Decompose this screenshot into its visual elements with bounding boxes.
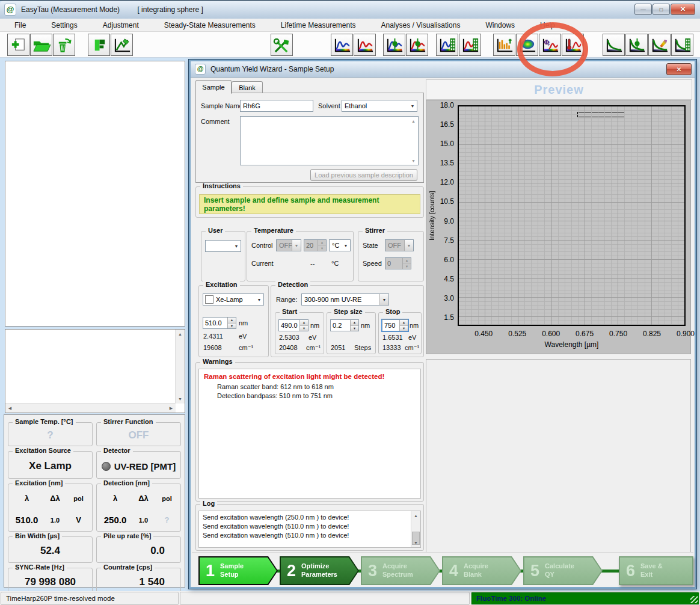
chevron-down-icon[interactable]: ▼ — [404, 240, 413, 251]
log-scrollbar[interactable]: ▲ ▼ — [411, 511, 420, 547]
sample-name-input[interactable] — [240, 100, 313, 112]
user-title: User — [206, 227, 225, 234]
gridline — [459, 183, 684, 183]
spin-up-icon[interactable]: ▲ — [403, 258, 411, 264]
spin-up-icon[interactable]: ▲ — [351, 320, 358, 326]
start-wavelength-spinner[interactable]: 490.0 ▲▼ — [278, 319, 309, 331]
menu-item-windows[interactable]: Windows — [483, 20, 517, 31]
time-trace-button[interactable] — [493, 34, 515, 56]
chevron-down-icon[interactable]: ▼ — [292, 240, 301, 251]
log-box[interactable]: Send excitation wavelength (250.0 nm ) t… — [198, 511, 421, 548]
wizard-step-2[interactable]: 2OptimizeParameters — [280, 556, 359, 585]
decay-button[interactable] — [603, 34, 625, 56]
delete-file-button[interactable] — [53, 34, 75, 56]
scroll-down-icon[interactable]: ▼ — [411, 538, 420, 547]
wizard-step-4[interactable]: 4AcquireBlank — [442, 556, 521, 585]
chevron-down-icon[interactable]: ▼ — [408, 100, 417, 111]
measurement-list-panel[interactable] — [5, 61, 185, 327]
scroll-left-icon[interactable]: ◀ — [5, 404, 14, 413]
menu-item-analyses-visualisations[interactable]: Analyses / Visualisations — [379, 20, 463, 31]
temperature-unit-dropdown[interactable]: °C ▼ — [329, 239, 351, 251]
chevron-down-icon[interactable]: ▼ — [255, 294, 263, 305]
load-previous-sample-button[interactable]: Load previous sample description — [310, 169, 417, 181]
tres-map-button[interactable] — [516, 34, 538, 56]
new-measurement-button[interactable] — [7, 34, 29, 56]
dialog-close-button[interactable]: ✕ — [666, 63, 692, 75]
comment-textarea[interactable]: ▲ ▼ — [240, 116, 419, 165]
minimize-button[interactable]: — — [634, 4, 652, 15]
menu-item-adjustment[interactable]: Adjustment — [100, 20, 141, 31]
docking-station-button[interactable] — [88, 34, 110, 56]
menu-item-settings[interactable]: Settings — [49, 20, 79, 31]
decay-optimize-button[interactable] — [625, 34, 648, 56]
solvent-dropdown[interactable]: Ethanol ▼ — [342, 100, 417, 112]
step-number: 2 — [287, 562, 296, 580]
scroll-up-icon[interactable]: ▲ — [411, 511, 420, 520]
horizontal-scrollbar[interactable]: ◀ ▶ — [5, 403, 176, 413]
pile-up-group: Pile up rate [%] 0.0 — [96, 536, 181, 563]
scroll-up-icon[interactable]: ▲ — [176, 330, 185, 339]
chevron-down-icon[interactable]: ▼ — [379, 294, 388, 305]
gridline — [485, 106, 485, 325]
scroll-right-icon[interactable]: ▶ — [167, 404, 176, 413]
excitation-wavelength-spinner[interactable]: 510.0 ▲▼ — [203, 317, 236, 329]
y-tick: 9.0 — [444, 217, 454, 226]
stirrer-speed-spinner[interactable]: 0 ▲▼ — [385, 257, 411, 269]
spin-down-icon[interactable]: ▼ — [400, 326, 408, 331]
excitation-optimize-button[interactable] — [383, 34, 405, 56]
emission-spectrum-button[interactable] — [354, 34, 376, 56]
menu-item-file[interactable]: File — [12, 20, 28, 31]
open-file-button[interactable] — [30, 34, 52, 56]
close-button[interactable]: ✕ — [671, 4, 695, 15]
temperature-setpoint-spinner[interactable]: 20 ▲▼ — [304, 239, 327, 251]
step-size-spinner[interactable]: 0.2 ▲▼ — [330, 319, 359, 331]
range-label: Range: — [276, 296, 297, 303]
scroll-down-icon[interactable]: ▼ — [176, 395, 185, 404]
spin-up-icon[interactable]: ▲ — [300, 320, 308, 326]
chevron-down-icon[interactable]: ▼ — [342, 240, 350, 251]
wizard-step-3[interactable]: 3AcquireSpectrum — [361, 556, 440, 585]
detection-range-dropdown[interactable]: 300-900 nm UV-RE ▼ — [301, 293, 389, 306]
source-checkbox[interactable] — [205, 295, 213, 304]
tab-blank[interactable]: Blank — [232, 81, 263, 94]
spin-down-icon[interactable]: ▼ — [351, 326, 358, 331]
quantum-yield-button[interactable]: ΦF — [539, 34, 561, 56]
wizard-step-1[interactable]: 1SampleSetup — [198, 556, 278, 585]
scroll-up-icon[interactable]: ▲ — [410, 117, 417, 124]
menu-item-lifetime-measurements[interactable]: Lifetime Measurements — [278, 20, 358, 31]
spin-up-icon[interactable]: ▲ — [400, 320, 408, 326]
spin-up-icon[interactable]: ▲ — [318, 240, 326, 246]
decay-series-button[interactable] — [671, 34, 693, 56]
wizard-step-5[interactable]: 5CalculateQY — [523, 556, 603, 585]
excitation-series-button[interactable] — [436, 34, 458, 56]
excitation-spectrum-button[interactable] — [331, 34, 353, 56]
user-dropdown[interactable]: ▼ — [205, 240, 241, 252]
stirrer-state-dropdown[interactable]: OFF ▼ — [385, 239, 414, 251]
temperature-series-button[interactable] — [562, 34, 584, 56]
scroll-down-icon[interactable]: ▼ — [410, 157, 417, 164]
emission-optimize-button[interactable] — [406, 34, 428, 56]
menu-item-help[interactable]: Help — [538, 20, 557, 31]
gridline — [459, 164, 684, 164]
detail-list-panel[interactable]: ▲ ▼ ◀ ▶ — [5, 329, 185, 413]
emission-series-button[interactable] — [459, 34, 481, 56]
maximize-button[interactable]: □ — [652, 4, 670, 15]
spin-down-icon[interactable]: ▼ — [300, 326, 308, 331]
excitation-source-dropdown[interactable]: Xe-Lamp ▼ — [203, 293, 264, 306]
tab-sample[interactable]: Sample — [195, 80, 232, 94]
decay-wavelength-button[interactable] — [648, 34, 671, 56]
step-label: SampleSetup — [220, 562, 244, 579]
vertical-scrollbar[interactable]: ▲ ▼ — [175, 330, 185, 404]
temperature-control-dropdown[interactable]: OFF ▼ — [276, 239, 301, 251]
chevron-down-icon[interactable]: ▼ — [232, 241, 241, 251]
spin-down-icon[interactable]: ▼ — [318, 246, 326, 251]
spin-up-icon[interactable]: ▲ — [228, 318, 236, 324]
spin-down-icon[interactable]: ▼ — [403, 264, 411, 269]
manual-adjustment-button[interactable] — [111, 34, 133, 56]
wizard-step-6[interactable]: 6Save &Exit — [619, 556, 693, 585]
menu-item-steady-state-measurements[interactable]: Steady-State Measurements — [162, 20, 258, 31]
instrument-settings-button[interactable] — [271, 34, 293, 56]
spin-down-icon[interactable]: ▼ — [228, 324, 236, 329]
stop-wavelength-spinner[interactable]: 750 ▲▼ — [382, 319, 408, 331]
resize-grip[interactable] — [690, 596, 698, 603]
